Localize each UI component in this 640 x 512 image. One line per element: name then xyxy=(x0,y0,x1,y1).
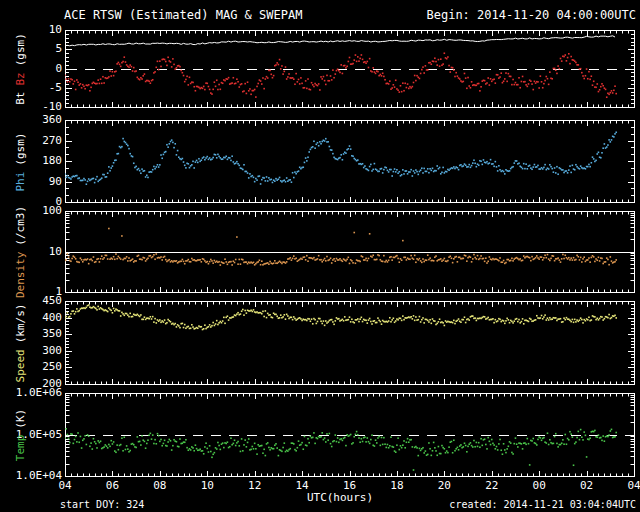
xtick-label: 16 xyxy=(343,479,356,492)
xtick-label: 04 xyxy=(627,479,640,492)
plot-title: ACE RTSW (Estimated) MAG & SWEPAM xyxy=(64,8,302,22)
xtick-label: 10 xyxy=(201,479,214,492)
yaxis-label-temp: Temp(K) xyxy=(14,406,27,464)
ytick-label-phi: 270 xyxy=(0,135,62,147)
yaxis-label-segment: Speed xyxy=(14,349,27,382)
yaxis-label-speed: Speed(km/s) xyxy=(14,301,27,386)
ytick-label-phi: 360 xyxy=(0,114,62,126)
xtick-label: 04 xyxy=(58,479,71,492)
xtick-label: 12 xyxy=(248,479,261,492)
title-row: ACE RTSW (Estimated) MAG & SWEPAM Begin:… xyxy=(64,8,636,22)
ytick-label-mag: 5 xyxy=(0,43,62,55)
ytick-label-mag: -10 xyxy=(0,101,62,113)
ytick-label-phi: 180 xyxy=(0,155,62,167)
yaxis-label-phi: Phi(gsm) xyxy=(14,129,27,194)
yaxis-label-segment: (gsm) xyxy=(14,33,27,66)
xtick-label: 18 xyxy=(390,479,403,492)
panel-speed: 450400350300250200 xyxy=(0,301,640,385)
ytick-label-density: 100 xyxy=(0,205,62,217)
panel-temp: 1.0E+061.0E+051.0E+04 xyxy=(0,393,640,477)
yaxis-label-segment: Bz xyxy=(14,72,27,85)
panel-mag: 1050-5-10 xyxy=(0,30,640,108)
begin-timestamp: Begin: 2014-11-20 04:00:00UTC xyxy=(426,8,636,22)
yaxis-label-segment: (K) xyxy=(14,409,27,429)
panel-phi-canvas xyxy=(65,120,635,203)
xtick-label: 22 xyxy=(485,479,498,492)
xtick-label: 00 xyxy=(533,479,546,492)
xtick-label: 02 xyxy=(580,479,593,492)
xtick-label: 20 xyxy=(438,479,451,492)
ytick-label-temp: 1.0E+04 xyxy=(0,470,62,482)
ytick-label-speed: 350 xyxy=(0,328,62,340)
yaxis-label-segment: (km/s) xyxy=(14,304,27,344)
ytick-label-speed: 450 xyxy=(0,295,62,307)
ytick-label-speed: 400 xyxy=(0,312,62,324)
ytick-label-speed: 250 xyxy=(0,361,62,373)
yaxis-label-segment: Density xyxy=(14,252,27,298)
yaxis-label-segment: Temp xyxy=(14,435,27,462)
yaxis-label-density: Density(/cm3) xyxy=(14,203,27,301)
panel-temp-canvas xyxy=(65,393,635,477)
xtick-label: 08 xyxy=(153,479,166,492)
yaxis-label-segment: Bt xyxy=(14,92,27,105)
yaxis-label-segment: Phi xyxy=(14,171,27,191)
yaxis-label-segment: (/cm3) xyxy=(14,206,27,246)
panel-speed-canvas xyxy=(65,301,635,385)
panel-density: 100101 xyxy=(0,211,640,293)
xtick-label: 06 xyxy=(106,479,119,492)
ytick-label-mag: 0 xyxy=(0,63,62,75)
xtick-label: 14 xyxy=(295,479,308,492)
yaxis-label-segment: (gsm) xyxy=(14,132,27,165)
panel-phi: 360270180900 xyxy=(0,120,640,203)
yaxis-label-mag: BtBz(gsm) xyxy=(14,30,27,108)
panel-density-canvas xyxy=(65,211,635,293)
ytick-label-density: 10 xyxy=(0,246,62,258)
ytick-label-mag: -5 xyxy=(0,82,62,94)
start-doy-label: start DOY: 324 xyxy=(60,499,144,510)
created-timestamp: created: 2014-11-21 03:04:04UTC xyxy=(449,499,636,510)
ytick-label-phi: 90 xyxy=(0,176,62,188)
ytick-label-temp: 1.0E+06 xyxy=(0,387,62,399)
ytick-label-speed: 300 xyxy=(0,345,62,357)
x-axis-title: UTC(hours) xyxy=(307,491,373,504)
ytick-label-mag: 10 xyxy=(0,24,62,36)
ace-rtsw-plot: ACE RTSW (Estimated) MAG & SWEPAM Begin:… xyxy=(0,0,640,512)
ytick-label-temp: 1.0E+05 xyxy=(0,429,62,441)
panel-mag-canvas xyxy=(65,30,635,108)
